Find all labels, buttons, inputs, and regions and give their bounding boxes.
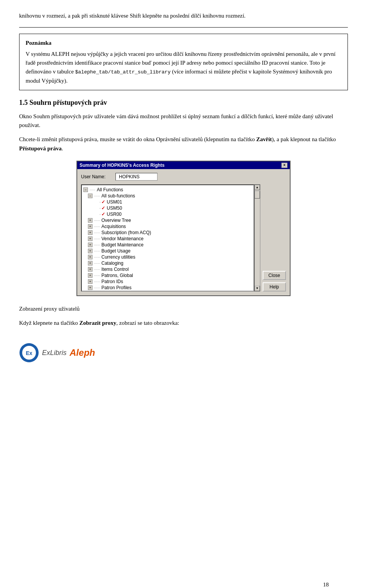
list-item: +·····Currency utilities xyxy=(82,254,253,260)
expand-icon[interactable]: + xyxy=(88,255,93,259)
expand-icon[interactable]: + xyxy=(88,243,93,247)
window-buttons: Close Help xyxy=(263,184,286,292)
section-text2: Chcete-li změnit přistupová práva, musít… xyxy=(19,135,348,153)
list-item-label: Budget Maintenance xyxy=(101,242,143,248)
list-item: +·····Cataloging xyxy=(82,260,253,266)
dots: ····· xyxy=(94,243,100,247)
expand-icon[interactable]: + xyxy=(88,273,93,278)
list-item-label: USM01 xyxy=(107,199,122,205)
list-item-label: All Functions xyxy=(97,187,123,192)
expand-icon[interactable]: + xyxy=(88,224,93,229)
check-icon: ✓ xyxy=(101,212,105,217)
dots: ····· xyxy=(94,255,100,259)
dots: ····· xyxy=(94,285,100,290)
expand-icon[interactable]: + xyxy=(88,267,93,272)
expand-icon[interactable]: + xyxy=(88,249,93,253)
scroll-thumb[interactable] xyxy=(255,191,260,199)
top-text: knihovnu v rozmezí, a pak při stisknuté … xyxy=(19,11,348,20)
list-item-label: Acquisitions xyxy=(101,224,126,229)
list-item: +·····Vendor Maintenance xyxy=(82,236,253,242)
check-icon: ✓ xyxy=(101,199,105,205)
list-item-label: Subscription (from ACQ) xyxy=(101,230,151,235)
list-item-label: Currency utilities xyxy=(101,254,135,260)
final-text: Když klepnete na tlačítko Zobrazit proxy… xyxy=(19,319,348,327)
list-item: +·····Acquisitions xyxy=(82,223,253,230)
list-item-label: All sub-functions xyxy=(101,193,135,199)
list-item: −·····All Functions xyxy=(82,187,253,193)
window-body: User Name: HOPKINS −·····All Functions−·… xyxy=(77,169,290,295)
list-item: +·····Patrons, Global xyxy=(82,272,253,279)
list-item-label: Patron IDs xyxy=(101,279,123,284)
expand-icon[interactable]: − xyxy=(83,187,88,192)
list-item: +·····Patron Profiles xyxy=(82,285,253,291)
svg-text:Ex: Ex xyxy=(26,350,32,356)
list-item: ·✓USM01 xyxy=(82,199,253,205)
dots: ····· xyxy=(94,194,100,198)
list-item-label: Vendor Maintenance xyxy=(101,236,143,241)
dots: ····· xyxy=(94,236,100,241)
section-text1: Okno Souhrn přístupových práv uživatele … xyxy=(19,112,348,130)
expand-icon[interactable]: + xyxy=(88,218,93,223)
access-rights-window: Summary of HOPKINS's Access Rights × Use… xyxy=(76,161,291,296)
exlibris-brand-text: ExLibris xyxy=(42,349,67,357)
user-name-label: User Name: xyxy=(81,174,115,179)
dots: ····· xyxy=(89,187,95,192)
list-item-label: Patrons, Global xyxy=(101,273,133,278)
list-item: +·····Patron IDs xyxy=(82,279,253,285)
user-name-row: User Name: HOPKINS xyxy=(81,173,286,181)
list-item-label: Items Control xyxy=(101,267,128,272)
window-close-icon[interactable]: × xyxy=(281,163,287,168)
window-title: Summary of HOPKINS's Access Rights xyxy=(80,163,164,168)
tree-list-panel: −·····All Functions−·····All sub-functio… xyxy=(81,184,260,292)
list-item: ·✓USR00 xyxy=(82,211,253,217)
footer-logo: Ex ExLibris Aleph xyxy=(19,343,348,363)
dots: ····· xyxy=(94,230,100,235)
list-item-label: Patron Profiles xyxy=(101,285,132,290)
tree-list[interactable]: −·····All Functions−·····All sub-functio… xyxy=(81,184,254,292)
page-number: 18 xyxy=(323,581,329,588)
list-item-label: Budget Usage xyxy=(101,248,130,254)
note-title: Poznámka xyxy=(26,39,341,47)
expand-icon[interactable]: − xyxy=(88,194,93,198)
divider xyxy=(19,27,348,28)
expand-icon[interactable]: + xyxy=(88,285,93,290)
list-item-label: Cataloging xyxy=(101,261,123,266)
list-item-label: USR00 xyxy=(107,212,122,217)
user-name-value: HOPKINS xyxy=(115,173,158,181)
dots: ····· xyxy=(94,279,100,284)
list-item: +·····Budget Maintenance xyxy=(82,242,253,248)
scrollbar-track[interactable]: ▲ ▼ xyxy=(254,184,260,292)
scroll-down-arrow[interactable]: ▼ xyxy=(255,286,260,291)
help-button[interactable]: Help xyxy=(263,282,286,292)
scroll-up-arrow[interactable]: ▲ xyxy=(255,185,260,190)
list-item-label: Overview Tree xyxy=(101,218,131,223)
dots: ····· xyxy=(94,218,100,223)
expand-icon[interactable]: + xyxy=(88,236,93,241)
dots: ····· xyxy=(94,261,100,265)
note-code: $alephe_tab/tab_attr_sub_library xyxy=(75,69,171,75)
aleph-product-text: Aleph xyxy=(70,347,95,358)
dots: ····· xyxy=(94,273,100,278)
check-icon: ✓ xyxy=(101,205,105,211)
list-item-label: USM50 xyxy=(107,205,122,211)
list-item: +·····Budget Usage xyxy=(82,248,253,254)
list-item: +·····Items Control xyxy=(82,266,253,272)
list-item: ·✓USM50 xyxy=(82,205,253,211)
list-item: +·····Overview Tree xyxy=(82,217,253,223)
expand-icon[interactable]: + xyxy=(88,261,93,265)
dots: ····· xyxy=(94,224,100,229)
window-titlebar: Summary of HOPKINS's Access Rights × xyxy=(77,161,290,169)
dots: ····· xyxy=(94,267,100,272)
exlibris-logo-icon: Ex xyxy=(19,343,39,363)
note-box: Poznámka V systému ALEPH nejsou výpůjčky… xyxy=(19,34,348,90)
list-item: −·····All sub-functions xyxy=(82,193,253,199)
list-item: +·····Subscription (from ACQ) xyxy=(82,230,253,236)
close-button[interactable]: Close xyxy=(263,271,286,280)
dots: ····· xyxy=(94,249,100,253)
below-window-text: Zobrazení proxy uživatelů xyxy=(19,305,348,313)
expand-icon[interactable]: + xyxy=(88,230,93,235)
section-heading: 1.5 Souhrn přístupových práv xyxy=(19,99,348,107)
expand-icon[interactable]: + xyxy=(88,279,93,284)
